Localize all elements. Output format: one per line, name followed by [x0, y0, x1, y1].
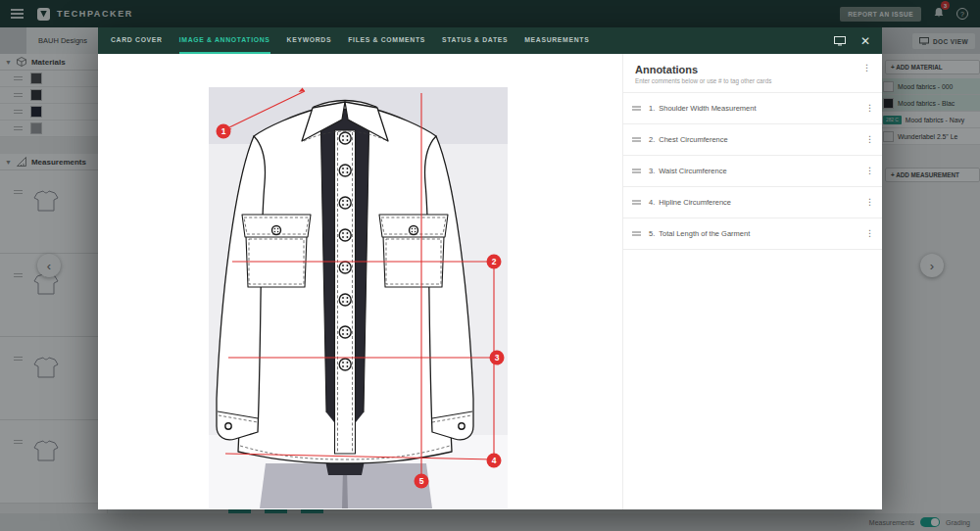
annotations-title: Annotations — [635, 64, 698, 75]
modal-body: 1 2 3 4 5 — [98, 54, 882, 509]
annotation-item[interactable]: 3.Waist Circumference ⋮ — [623, 156, 882, 187]
annotation-number: 3. — [649, 167, 655, 175]
annotation-item[interactable]: 5.Total Length of the Garment ⋮ — [623, 218, 882, 250]
annotation-item[interactable]: 1.Shoulder Width Measurement ⋮ — [623, 93, 882, 124]
svg-text:3: 3 — [495, 353, 500, 362]
kebab-menu-icon[interactable]: ⋮ — [862, 229, 877, 238]
garment-sketch: 1 2 3 4 5 — [209, 87, 508, 508]
annotation-label: Chest Circumference — [659, 135, 727, 144]
svg-text:2: 2 — [492, 257, 497, 266]
annotations-list: 1.Shoulder Width Measurement ⋮ 2.Chest C… — [623, 92, 882, 250]
annotations-panel: Annotations ⋮ Enter comments below or us… — [622, 54, 882, 509]
present-view-icon[interactable] — [834, 36, 846, 46]
annotation-number: 4. — [649, 198, 655, 207]
tab-card-cover[interactable]: CARD COVER — [111, 27, 163, 54]
tab-status-dates[interactable]: STATUS & DATES — [442, 27, 508, 54]
kebab-menu-icon[interactable]: ⋮ — [862, 104, 877, 113]
tab-files-comments[interactable]: FILES & COMMENTS — [348, 27, 425, 54]
annotation-item[interactable]: 4.Hipline Circumference ⋮ — [623, 187, 882, 218]
drag-handle-icon[interactable] — [632, 105, 641, 113]
annotation-label: Total Length of the Garment — [659, 229, 750, 238]
tab-measurements[interactable]: MEASUREMENTS — [524, 27, 589, 54]
kebab-menu-icon[interactable]: ⋮ — [862, 167, 877, 175]
svg-text:4: 4 — [492, 456, 497, 465]
annotation-item[interactable]: 2.Chest Circumference ⋮ — [623, 124, 882, 156]
annotation-label: Shoulder Width Measurement — [659, 104, 756, 113]
kebab-menu-icon[interactable]: ⋮ — [859, 64, 874, 72]
annotation-marker-4[interactable]: 4 — [487, 454, 502, 468]
annotation-number: 5. — [649, 229, 655, 238]
drag-handle-icon[interactable] — [632, 199, 641, 207]
card-detail-modal: CARD COVER IMAGE & ANNOTATIONS KEYWORDS … — [98, 27, 882, 509]
annotation-label: Hipline Circumference — [659, 198, 731, 207]
annotation-label: Waist Circumference — [659, 167, 726, 175]
drag-handle-icon[interactable] — [632, 168, 641, 175]
annotation-number: 1. — [649, 104, 655, 113]
annotations-subtitle: Enter comments below or use # to tag oth… — [623, 75, 882, 92]
drag-handle-icon[interactable] — [632, 136, 641, 144]
tab-image-annotations[interactable]: IMAGE & ANNOTATIONS — [179, 27, 270, 54]
close-icon[interactable]: ✕ — [860, 35, 870, 47]
annotation-marker-1[interactable]: 1 — [217, 124, 231, 139]
tab-keywords[interactable]: KEYWORDS — [287, 27, 332, 54]
annotation-marker-3[interactable]: 3 — [490, 351, 505, 365]
kebab-menu-icon[interactable]: ⋮ — [862, 198, 877, 207]
svg-text:5: 5 — [419, 476, 424, 486]
app-window: TECHPACKER REPORT AN ISSUE 3 ? BAUH Desi… — [0, 0, 980, 531]
kebab-menu-icon[interactable]: ⋮ — [862, 135, 877, 144]
svg-text:1: 1 — [221, 126, 226, 136]
drag-handle-icon[interactable] — [632, 230, 641, 238]
annotation-marker-5[interactable]: 5 — [415, 474, 429, 489]
annotation-marker-2[interactable]: 2 — [487, 255, 502, 269]
annotation-number: 2. — [649, 135, 655, 144]
modal-tab-bar: CARD COVER IMAGE & ANNOTATIONS KEYWORDS … — [98, 27, 882, 54]
